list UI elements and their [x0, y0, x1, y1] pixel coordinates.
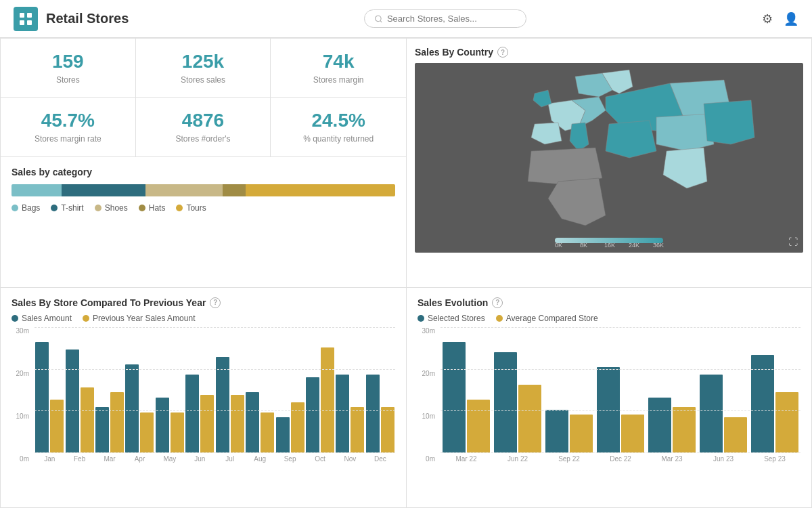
chart2-legend-dot-current [418, 315, 424, 322]
x-label: Sep 23 [749, 455, 800, 463]
legend-item-hats: Hats [139, 203, 166, 213]
settings-icon[interactable]: ⚙ [762, 12, 773, 26]
kpi-cell-0: 159Stores [1, 39, 136, 98]
bar-group [155, 398, 185, 452]
map-panel: Sales By Country ? [406, 38, 812, 287]
chart1-legend-dot-current [12, 315, 18, 322]
y-label: 20m [418, 370, 438, 377]
bar-group [95, 392, 125, 452]
bar-group [275, 402, 304, 452]
legend-item-tours: Tours [176, 203, 206, 213]
cat-segment-hats [223, 184, 246, 196]
bar-current [156, 398, 169, 452]
x-label: Aug [245, 455, 275, 463]
bar-group [185, 375, 215, 452]
bar-group [365, 375, 395, 452]
bar-current [276, 417, 290, 452]
y-label: 30m [12, 327, 32, 335]
kpi-cell-3: 45.7%Stores margin rate [1, 98, 136, 156]
bar-current [216, 357, 229, 452]
bar-prev [381, 407, 394, 452]
cat-segment-tours [246, 184, 395, 196]
legend-item-shoes: Shoes [95, 203, 128, 213]
kpi-grid: 159Stores125kStores sales74kStores margi… [1, 39, 406, 157]
x-label: Mar [95, 455, 125, 463]
kpi-label-4: Stores #order's [147, 134, 260, 144]
chart2-legend-prev: Average Compared Store [496, 314, 598, 323]
grid-line [35, 410, 395, 411]
y-label: 30m [418, 327, 438, 335]
x-label: May [155, 455, 185, 463]
bar-current [35, 342, 49, 452]
chart1-title: Sales By Store Compared To Previous Year [12, 297, 206, 308]
bar-current [95, 407, 109, 452]
x-label: Jun [185, 455, 215, 463]
y-label: 0m [12, 455, 32, 463]
bar-group [245, 392, 275, 452]
user-menu[interactable]: 👤 [784, 12, 798, 26]
search-box[interactable] [364, 9, 526, 28]
chart1-panel: Sales By Store Compared To Previous Year… [0, 287, 406, 509]
bar-current [648, 398, 671, 452]
chart2-legend-current: Selected Stores [418, 314, 485, 323]
kpi-value-1: 125k [147, 51, 260, 72]
bar-prev [200, 395, 214, 452]
bar-group [595, 367, 646, 452]
category-legend: BagsT-shirtShoesHatsTours [12, 203, 395, 213]
map-title: Sales By Country [415, 47, 493, 58]
grid-line [441, 452, 800, 453]
kpi-cell-1: 125kStores sales [136, 39, 271, 98]
x-label: Sep 22 [543, 455, 595, 463]
main-grid: 159Stores125kStores sales74kStores margi… [0, 38, 812, 508]
bar-current [185, 375, 199, 452]
x-label: Jan [35, 455, 64, 463]
chart2-title: Sales Evolution [418, 297, 488, 308]
bar-prev [291, 402, 304, 452]
bar-current [66, 350, 79, 452]
bar-prev [724, 417, 747, 452]
chart1-chart: 30m20m10m0mJanFebMarAprMayJunJulAugSepOc… [12, 327, 395, 476]
chart1-help-icon[interactable]: ? [210, 297, 221, 308]
grid-line [35, 452, 395, 453]
kpi-label-5: % quantity returned [281, 134, 395, 144]
bar-prev [467, 400, 490, 452]
x-label: Mar 23 [646, 455, 698, 463]
bar-current [366, 375, 380, 452]
bar-group [125, 364, 154, 452]
kpi-value-0: 159 [12, 51, 125, 72]
category-section: Sales by category BagsT-shirtShoesHatsTo… [1, 157, 406, 222]
x-label: Mar 22 [441, 455, 492, 463]
y-label: 0m [418, 455, 438, 463]
bar-current [336, 375, 349, 452]
chart1-legend-current: Sales Amount [12, 314, 72, 323]
chart2-legend: Selected Stores Average Compared Store [418, 314, 800, 323]
chart2-help-icon[interactable]: ? [492, 297, 503, 308]
bar-prev [621, 415, 644, 452]
bar-current [306, 377, 319, 452]
y-label: 10m [418, 412, 438, 420]
bar-prev [321, 347, 334, 452]
bar-group [35, 342, 64, 452]
bar-current [246, 392, 259, 452]
kpi-cell-5: 24.5%% quantity returned [271, 98, 406, 156]
chart2-header: Sales Evolution ? [418, 297, 800, 308]
x-label: Jul [215, 455, 245, 463]
bar-current [597, 367, 620, 452]
legend-dot-shoes [95, 205, 102, 211]
x-label: Oct [305, 455, 335, 463]
chart2-legend-dot-prev [496, 315, 503, 322]
search-input[interactable] [387, 14, 516, 24]
map-help-icon[interactable]: ? [497, 47, 508, 58]
category-title: Sales by category [12, 167, 395, 177]
expand-icon[interactable]: ⛶ [788, 236, 798, 247]
kpi-value-3: 45.7% [12, 110, 125, 131]
cat-segment-t-shirt [62, 184, 146, 196]
x-label: Jun 23 [698, 455, 749, 463]
svg-text:8K: 8K [580, 242, 587, 249]
map-container: 0K 8K 16K 24K 36K ⛶ [415, 63, 803, 253]
chart1-header: Sales By Store Compared To Previous Year… [12, 297, 395, 308]
header-left: Retail Stores [14, 7, 129, 31]
svg-text:16K: 16K [604, 242, 615, 249]
app-logo [14, 7, 38, 31]
bar-prev [351, 407, 364, 452]
